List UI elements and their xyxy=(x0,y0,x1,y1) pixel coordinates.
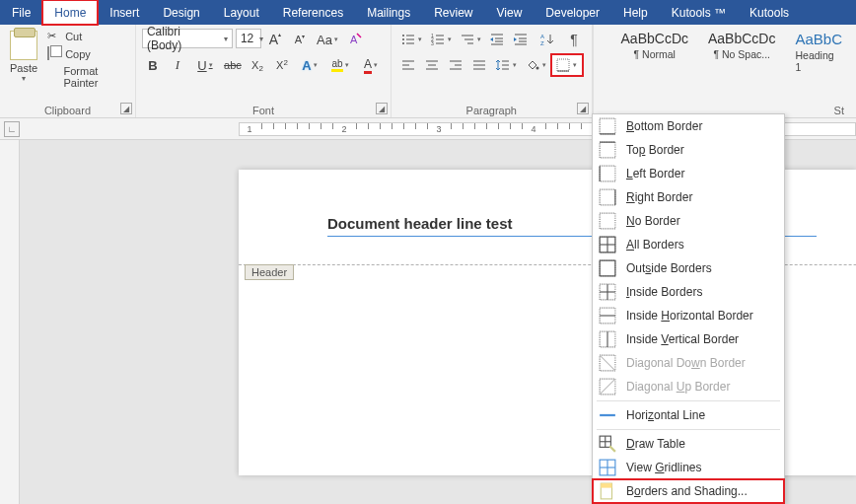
multilevel-list-button[interactable]: ▾ xyxy=(457,29,484,50)
sort-icon: AZ xyxy=(539,32,555,47)
font-dialog-launcher[interactable]: ◢ xyxy=(376,103,388,114)
border-menu-label: No Border xyxy=(626,214,680,228)
menu-view[interactable]: View xyxy=(485,0,535,25)
copy-button[interactable]: Copy xyxy=(45,46,129,62)
format-painter-label: Format Painter xyxy=(64,65,127,89)
tab-selector[interactable]: ∟ xyxy=(4,121,20,137)
borders-button[interactable]: ▾ xyxy=(551,54,583,76)
menu-separator xyxy=(597,429,780,430)
outdent-icon xyxy=(489,32,505,47)
menu-design[interactable]: Design xyxy=(151,0,211,25)
paragraph-dialog-launcher[interactable]: ◢ xyxy=(577,103,589,114)
cut-button[interactable]: Cut xyxy=(45,29,129,44)
superscript-button[interactable]: X2 xyxy=(271,54,293,76)
border-menu-label: All Borders xyxy=(626,238,684,252)
menu-file[interactable]: File xyxy=(0,0,42,25)
text-effects-button[interactable]: A▾ xyxy=(296,54,323,76)
paste-button[interactable]: Paste ▾ xyxy=(6,29,41,85)
border-menu-label: Top Border xyxy=(626,143,684,157)
style-swatch-0[interactable]: AaBbCcDc¶ Normal xyxy=(613,29,696,62)
border-menu-insidev[interactable]: Inside Vertical Border xyxy=(593,327,784,351)
strikethrough-button[interactable]: abc xyxy=(222,54,244,76)
italic-button[interactable]: I xyxy=(167,54,188,76)
menu-developer[interactable]: Developer xyxy=(534,0,611,25)
menu-help[interactable]: Help xyxy=(611,0,660,25)
numbering-button[interactable]: 123▾ xyxy=(427,29,455,50)
group-title-font: Font xyxy=(142,103,385,117)
style-sample: AaBbC xyxy=(795,31,842,47)
line-spacing-button[interactable]: ▾ xyxy=(492,54,520,76)
style-sample: AaBbCcDc xyxy=(708,31,775,46)
svg-rect-74 xyxy=(600,260,615,276)
border-menu-right[interactable]: Right Border xyxy=(593,185,784,209)
style-swatch-1[interactable]: AaBbCcDc¶ No Spac... xyxy=(700,29,783,62)
svg-text:A: A xyxy=(350,34,358,45)
border-icon-shading xyxy=(599,482,616,500)
border-menu-bottom[interactable]: Bottom Border xyxy=(593,114,784,138)
indent-icon xyxy=(513,32,529,47)
border-menu-all[interactable]: All Borders xyxy=(593,233,784,256)
font-size-combo[interactable]: 12▾ xyxy=(236,29,261,48)
clipboard-dialog-launcher[interactable]: ◢ xyxy=(120,103,132,114)
menu-layout[interactable]: Layout xyxy=(212,0,271,25)
font-color-button[interactable]: A▾ xyxy=(357,54,385,76)
paste-dropdown-arrow[interactable]: ▾ xyxy=(22,74,26,83)
border-menu-outside[interactable]: Outside Borders xyxy=(593,256,784,280)
border-menu-drawtable[interactable]: Draw Table xyxy=(593,432,784,456)
border-menu-label: Left Border xyxy=(626,167,684,180)
change-case-button[interactable]: Aa▾ xyxy=(314,29,341,50)
svg-text:Z: Z xyxy=(540,40,544,46)
group-paragraph: ▾ 123▾ ▾ AZ ¶ ▾ ▾ ▾ xyxy=(392,25,593,117)
style-swatch-2[interactable]: AaBbCHeading 1 xyxy=(787,29,850,75)
sort-button[interactable]: AZ xyxy=(534,29,561,50)
group-title-clipboard: Clipboard xyxy=(6,103,129,117)
border-menu-label: Horizontal Line xyxy=(626,408,705,422)
border-menu-inside[interactable]: Inside Borders xyxy=(593,280,784,304)
underline-button[interactable]: U▾ xyxy=(191,54,219,76)
style-label: ¶ No Spac... xyxy=(713,48,770,60)
show-marks-button[interactable]: ¶ xyxy=(563,29,585,50)
shading-button[interactable]: ▾ xyxy=(522,54,549,76)
menu-references[interactable]: References xyxy=(271,0,355,25)
borders-icon xyxy=(556,58,570,72)
border-icon-insidev xyxy=(599,330,616,348)
group-styles: AaBbCcDc¶ NormalAaBbCcDc¶ No Spac...AaBb… xyxy=(593,25,856,117)
decrease-indent-button[interactable] xyxy=(486,29,508,50)
border-menu-none[interactable]: No Border xyxy=(593,209,784,233)
subscript-button[interactable]: X2 xyxy=(247,54,268,76)
border-menu-insideh[interactable]: Inside Horizontal Border xyxy=(593,304,784,327)
menu-kutools[interactable]: Kutools ™ xyxy=(660,0,738,25)
menu-review[interactable]: Review xyxy=(422,0,484,25)
menu-separator xyxy=(597,400,780,401)
increase-font-button[interactable]: A▴ xyxy=(264,29,286,50)
border-menu-shading[interactable]: Borders and Shading... xyxy=(593,479,784,503)
format-painter-button[interactable]: Format Painter xyxy=(45,64,129,90)
align-center-icon xyxy=(424,57,440,73)
svg-rect-46 xyxy=(600,118,615,134)
menu-home[interactable]: Home xyxy=(42,0,98,25)
decrease-font-button[interactable]: A▾ xyxy=(289,29,311,50)
svg-text:A: A xyxy=(540,34,544,39)
border-menu-gridlines[interactable]: View Gridlines xyxy=(593,456,784,479)
eraser-icon: A xyxy=(347,32,363,47)
align-right-button[interactable] xyxy=(445,54,466,76)
line-spacing-icon xyxy=(495,57,511,73)
bold-button[interactable]: B xyxy=(142,54,164,76)
font-name-combo[interactable]: Calibri (Body)▾ xyxy=(142,29,233,48)
svg-line-91 xyxy=(600,379,615,395)
menu-mailings[interactable]: Mailings xyxy=(355,0,422,25)
increase-indent-button[interactable] xyxy=(510,29,532,50)
border-menu-hline[interactable]: Horizontal Line xyxy=(593,403,784,427)
highlight-button[interactable]: ab▾ xyxy=(326,54,354,76)
align-center-button[interactable] xyxy=(421,54,443,76)
border-menu-top[interactable]: Top Border xyxy=(593,138,784,162)
copy-label: Copy xyxy=(65,48,91,60)
vertical-ruler[interactable] xyxy=(0,140,20,504)
justify-button[interactable] xyxy=(468,54,490,76)
menu-kutools[interactable]: Kutools xyxy=(738,0,801,25)
bullets-button[interactable]: ▾ xyxy=(397,29,425,50)
border-menu-left[interactable]: Left Border xyxy=(593,162,784,185)
clear-formatting-button[interactable]: A xyxy=(344,29,366,50)
menu-insert[interactable]: Insert xyxy=(98,0,151,25)
align-left-button[interactable] xyxy=(397,54,419,76)
